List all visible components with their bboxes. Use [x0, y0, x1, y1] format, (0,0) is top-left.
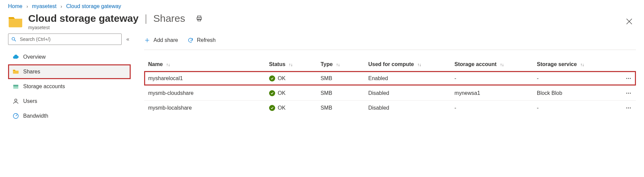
row-more-button[interactable]: ⋯: [611, 86, 636, 101]
refresh-label: Refresh: [197, 37, 216, 43]
cell-service: -: [533, 101, 611, 115]
svg-rect-2: [198, 19, 201, 21]
svg-rect-7: [13, 85, 18, 86]
breadcrumb: Home › myasetest › Cloud storage gateway: [0, 0, 644, 11]
sidebar-item-bandwidth[interactable]: Bandwidth: [8, 109, 131, 123]
row-more-button[interactable]: ⋯: [611, 101, 636, 115]
search-input[interactable]: [19, 36, 119, 42]
sidebar-item-label: Storage accounts: [23, 83, 65, 90]
sidebar-item-label: Bandwidth: [23, 113, 48, 119]
collapse-sidebar-button[interactable]: «: [125, 36, 131, 42]
row-more-button[interactable]: ⋯: [611, 71, 636, 86]
cell-compute: Enabled: [364, 71, 450, 86]
refresh-icon: [187, 37, 194, 43]
cell-status: OK: [265, 86, 317, 101]
search-icon: [11, 37, 16, 42]
folder-icon: [8, 15, 23, 28]
svg-point-10: [15, 99, 17, 101]
column-header-compute[interactable]: Used for compute↑↓: [364, 58, 450, 71]
svg-point-5: [12, 38, 15, 40]
cell-type: SMB: [316, 71, 364, 86]
cell-account: -: [450, 71, 533, 86]
breadcrumb-item[interactable]: myasetest: [32, 3, 56, 9]
column-header-name[interactable]: Name↑↓: [144, 58, 265, 71]
column-header-service[interactable]: Storage service↑↓: [533, 58, 611, 71]
checkmark-icon: [269, 105, 275, 111]
sidebar-item-label: Shares: [23, 69, 40, 75]
breadcrumb-item[interactable]: Cloud storage gateway: [66, 3, 121, 9]
table-row[interactable]: mysmb-localshareOKSMBDisabled--⋯: [144, 101, 636, 115]
plus-icon: [144, 37, 150, 43]
table-row[interactable]: mysmb-cloudshareOKSMBDisabledmynewsa1Blo…: [144, 86, 636, 101]
cell-service: Block Blob: [533, 86, 611, 101]
storage-icon: [12, 83, 19, 90]
search-box[interactable]: [8, 34, 122, 45]
print-icon[interactable]: [196, 15, 203, 22]
page-subtitle: myasetest: [28, 25, 622, 30]
title-separator: |: [143, 13, 148, 24]
user-icon: [12, 98, 19, 105]
refresh-button[interactable]: Refresh: [187, 37, 216, 43]
cell-name[interactable]: mysharelocal1: [144, 71, 265, 86]
column-header-status[interactable]: Status↑↓: [265, 58, 317, 71]
sidebar-item-users[interactable]: Users: [8, 94, 131, 109]
table-row[interactable]: mysharelocal1OKSMBEnabled--⋯: [144, 71, 636, 86]
column-header-type[interactable]: Type↑↓: [316, 58, 364, 71]
add-share-label: Add share: [154, 37, 178, 43]
cell-compute: Disabled: [364, 101, 450, 115]
svg-rect-9: [13, 87, 18, 88]
close-button[interactable]: [622, 15, 636, 28]
cell-type: SMB: [316, 86, 364, 101]
cell-service: -: [533, 71, 611, 86]
page-section: Shares: [153, 13, 185, 24]
breadcrumb-item[interactable]: Home: [8, 3, 23, 9]
checkmark-icon: [269, 90, 275, 96]
cell-compute: Disabled: [364, 86, 450, 101]
column-header-account[interactable]: Storage account↑↓: [450, 58, 533, 71]
cell-status: OK: [265, 71, 317, 86]
cloud-icon: [12, 54, 19, 60]
svg-rect-8: [13, 86, 18, 87]
sidebar-item-shares[interactable]: Shares: [8, 64, 131, 79]
page-title: Cloud storage gateway: [28, 13, 138, 24]
shares-table: Name↑↓ Status↑↓ Type↑↓ Used for compute↑…: [144, 58, 636, 115]
chevron-right-icon: ›: [27, 4, 28, 9]
meter-icon: [12, 113, 19, 119]
cell-name[interactable]: mysmb-localshare: [144, 101, 265, 115]
chevron-right-icon: ›: [60, 4, 62, 9]
folder-icon: [12, 68, 19, 75]
sidebar-item-storage[interactable]: Storage accounts: [8, 79, 131, 94]
add-share-button[interactable]: Add share: [144, 37, 178, 43]
sidebar-item-label: Users: [23, 98, 37, 104]
cell-status: OK: [265, 101, 317, 115]
cell-account: mynewsa1: [450, 86, 533, 101]
cell-name[interactable]: mysmb-cloudshare: [144, 86, 265, 101]
cell-type: SMB: [316, 101, 364, 115]
cell-account: -: [450, 101, 533, 115]
checkmark-icon: [269, 75, 275, 81]
sidebar-item-label: Overview: [23, 54, 46, 60]
sidebar-item-overview[interactable]: Overview: [8, 50, 131, 64]
svg-line-6: [14, 40, 16, 41]
